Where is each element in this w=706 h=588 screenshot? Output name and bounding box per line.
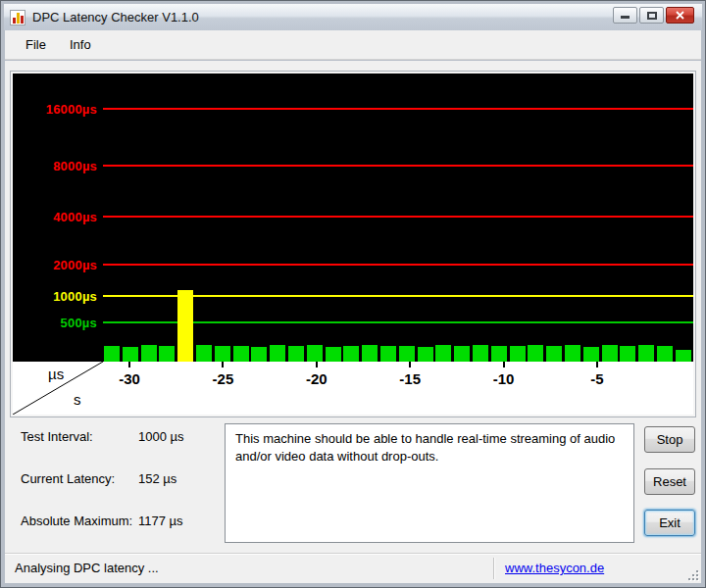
x-tick-mark	[316, 362, 318, 368]
menu-item-file[interactable]: File	[15, 33, 57, 56]
x-tick-label: -15	[388, 370, 431, 387]
latency-bar	[196, 345, 212, 362]
latency-bar	[288, 346, 304, 362]
assessment-message-box: This machine should be able to handle re…	[225, 423, 634, 543]
latency-bar	[215, 346, 230, 362]
latency-bar	[528, 345, 543, 362]
app-window: DPC Latency Checker V1.1.0 File Info 160…	[0, 0, 706, 588]
minimize-button[interactable]	[613, 7, 637, 24]
latency-bar	[380, 346, 396, 362]
close-icon	[667, 8, 693, 23]
y-axis-label: 4000µs	[13, 210, 97, 224]
x-tick-mark	[503, 362, 505, 368]
y-axis-label: 2000µs	[13, 258, 97, 272]
window-controls	[613, 7, 694, 24]
statusbar-separator	[493, 558, 495, 579]
latency-bar	[583, 347, 599, 362]
axis-corner: µs s	[13, 362, 103, 415]
app-icon	[10, 10, 25, 25]
y-axis-label: 16000µs	[13, 102, 97, 117]
x-axis-strip: µs s -30-25-20-15-10-5	[13, 362, 693, 415]
latency-bar	[177, 290, 193, 362]
stat-label-test-interval: Test Interval:	[21, 429, 136, 444]
y-axis-label: 500µs	[13, 316, 97, 330]
latency-bar	[620, 346, 635, 362]
latency-bar	[638, 345, 654, 362]
latency-bar	[510, 346, 526, 362]
maximize-button[interactable]	[639, 7, 664, 24]
latency-bar	[676, 350, 691, 362]
y-unit-label: µs	[48, 366, 64, 382]
x-tick-label: -5	[576, 370, 619, 387]
thesycon-link[interactable]: www.thesycon.de	[505, 554, 604, 583]
x-tick-label: -30	[108, 370, 151, 387]
latency-bar	[104, 346, 120, 362]
window-title: DPC Latency Checker V1.1.0	[32, 10, 199, 24]
latency-bar	[565, 345, 580, 362]
latency-bar	[251, 347, 267, 362]
latency-bar	[343, 346, 359, 362]
x-tick-mark	[128, 362, 130, 368]
plot-area: 16000µs8000µs4000µs2000µs1000µs500µs	[13, 74, 693, 362]
close-button[interactable]	[666, 7, 694, 24]
menu-item-info[interactable]: Info	[59, 33, 102, 56]
latency-bar	[270, 345, 285, 362]
x-unit-label: s	[74, 391, 81, 408]
latency-bar	[418, 347, 433, 362]
y-axis-label: 8000µs	[13, 159, 97, 173]
minimize-icon	[621, 16, 630, 19]
stat-label-current-latency: Current Latency:	[21, 471, 136, 486]
y-axis-label: 1000µs	[13, 289, 97, 304]
x-tick-mark	[409, 362, 411, 368]
latency-bar	[233, 346, 249, 362]
titlebar[interactable]: DPC Latency Checker V1.1.0	[4, 4, 702, 30]
latency-bar	[326, 347, 341, 362]
reset-button[interactable]: Reset	[644, 468, 695, 495]
latency-bar	[657, 346, 673, 362]
gridline-16000	[103, 108, 693, 110]
menubar: File Info	[5, 30, 701, 60]
x-tick-label: -10	[482, 370, 526, 387]
latency-bar	[546, 346, 562, 362]
status-text: Analysing DPC latency ...	[15, 554, 159, 583]
statusbar: Analysing DPC latency ... www.thesycon.d…	[5, 553, 701, 583]
gridline-4000	[103, 216, 693, 218]
latency-bar	[141, 345, 157, 362]
exit-button[interactable]: Exit	[644, 510, 695, 536]
gridline-2000	[103, 264, 693, 266]
latency-bar	[123, 347, 138, 362]
latency-bar	[159, 346, 175, 362]
latency-bar	[307, 345, 323, 362]
resize-grip[interactable]	[687, 569, 700, 582]
latency-bar	[435, 345, 451, 362]
x-tick-mark	[222, 362, 224, 368]
gridline-8000	[103, 165, 693, 167]
latency-bar	[473, 345, 488, 362]
latency-bar	[399, 346, 415, 362]
latency-bar	[362, 345, 378, 362]
latency-bar	[491, 346, 507, 362]
x-tick-label: -25	[201, 370, 244, 387]
stat-value-absolute-maximum: 1177 µs	[138, 514, 217, 528]
latency-bar	[602, 345, 618, 362]
maximize-icon	[647, 12, 657, 20]
stat-label-absolute-maximum: Absolute Maximum:	[21, 514, 136, 528]
stop-button[interactable]: Stop	[644, 426, 695, 453]
stat-value-current-latency: 152 µs	[138, 471, 217, 486]
latency-bar	[454, 346, 470, 362]
stat-value-test-interval: 1000 µs	[138, 429, 217, 444]
x-tick-label: -20	[295, 370, 338, 387]
latency-chart-panel: 16000µs8000µs4000µs2000µs1000µs500µs µs …	[11, 72, 695, 416]
x-tick-mark	[596, 362, 598, 368]
